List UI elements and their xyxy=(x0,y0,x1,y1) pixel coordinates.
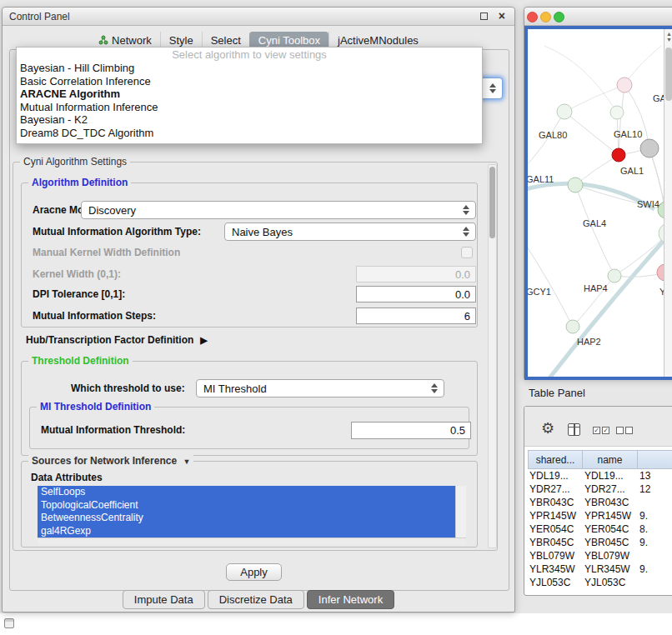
table-cell xyxy=(639,549,672,562)
float-icon[interactable] xyxy=(480,12,488,20)
network-edge[interactable] xyxy=(619,85,624,155)
algorithm-option[interactable]: Mutual Information Inference xyxy=(17,101,482,114)
network-edge[interactable] xyxy=(549,235,669,377)
table-cell: YLR345W xyxy=(529,562,581,576)
table-row[interactable]: YBR045CYBR045C9. xyxy=(528,536,672,549)
mi-threshold-field[interactable]: 0.5 xyxy=(351,422,471,439)
table-row[interactable]: YJL053CYJL053C xyxy=(528,576,672,589)
control-panel-titlebar[interactable]: Control Panel × xyxy=(3,8,514,26)
settings-scrollbar-thumb[interactable] xyxy=(489,167,495,238)
sources-toggle[interactable]: Sources for Network Inference ▼ xyxy=(28,455,193,467)
scroll-arrows-icon[interactable]: ▲ ▼ xyxy=(665,31,672,42)
sources-title: Sources for Network Inference xyxy=(32,455,177,467)
table-cell: YDL19... xyxy=(584,469,636,482)
table-row[interactable]: YDR27...YDR27...12 xyxy=(528,482,672,496)
column-header-name[interactable]: name xyxy=(583,450,638,469)
attributes-listbox[interactable]: SelfLoopsTopologicalCoefficientBetweenne… xyxy=(38,486,466,545)
which-threshold-label: Which threshold to use: xyxy=(71,379,185,398)
manual-kernel-checkbox[interactable] xyxy=(461,247,473,258)
columns-icon[interactable] xyxy=(568,423,580,436)
column-header-shared[interactable]: shared... xyxy=(528,450,583,469)
table-row[interactable]: YBL079WYBL079W xyxy=(528,549,672,562)
mi-steps-field[interactable]: 6 xyxy=(356,308,476,324)
which-threshold-select[interactable]: MI Threshold xyxy=(196,379,444,398)
table-cell: YPR145W xyxy=(529,509,581,522)
select-all-checks-icon[interactable]: ✓ ✓ xyxy=(593,427,609,434)
table-cell: YPR145W xyxy=(584,509,636,522)
network-node[interactable] xyxy=(568,178,583,192)
network-edge[interactable] xyxy=(528,112,564,171)
mi-threshold-title: MI Threshold Definition xyxy=(37,401,154,412)
minimize-traffic-light-icon[interactable] xyxy=(540,12,551,22)
network-node[interactable] xyxy=(608,269,621,282)
table-cell: 9. xyxy=(639,509,672,522)
network-view-window: GAL80GALGAL10GAL11GAL1SWI4GAL4GCY1HAP4YH… xyxy=(524,7,672,379)
close-icon[interactable]: × xyxy=(499,9,505,22)
zoom-traffic-light-icon[interactable] xyxy=(554,12,564,22)
apply-button[interactable]: Apply xyxy=(226,563,282,581)
mi-steps-label: Mutual Information Steps: xyxy=(33,308,156,324)
network-window-titlebar[interactable] xyxy=(524,8,672,26)
network-scrollbar-thumb[interactable] xyxy=(665,48,672,101)
network-vscrollbar[interactable]: ▲ ▼ xyxy=(664,29,672,377)
kernel-width-label: Kernel Width (0,1): xyxy=(33,266,121,282)
network-node[interactable] xyxy=(610,106,624,119)
deselect-all-checks-icon[interactable] xyxy=(616,427,633,434)
kernel-width-field[interactable]: 0.0 xyxy=(356,266,476,282)
table-row[interactable]: YBR043CYBR043C xyxy=(528,496,672,509)
table-cell: YBR045C xyxy=(529,536,581,549)
table-cell: YBR045C xyxy=(584,536,636,549)
close-traffic-light-icon[interactable] xyxy=(527,12,538,22)
attribute-item[interactable]: gal4RGexp xyxy=(38,525,455,538)
network-edge[interactable] xyxy=(528,183,654,209)
network-canvas[interactable]: GAL80GALGAL10GAL11GAL1SWI4GAL4GCY1HAP4YH… xyxy=(528,29,672,377)
combo-arrows-icon xyxy=(459,205,472,215)
attribute-item[interactable]: TopologicalCoefficient xyxy=(38,499,455,512)
table-cell: YDL19... xyxy=(529,469,581,482)
network-edge[interactable] xyxy=(575,185,614,276)
network-edge[interactable] xyxy=(544,46,617,112)
tab-infer-network[interactable]: Infer Network xyxy=(307,590,394,609)
data-attributes-label: Data Attributes xyxy=(31,471,103,484)
algorithm-dropdown-popup: Select algorithm to view settings Bayesi… xyxy=(16,47,483,144)
algorithm-option[interactable]: Dream8 DC_TDC Algorithm xyxy=(17,127,482,140)
table-row[interactable]: YER054CYER054C8. xyxy=(528,522,672,536)
table-row[interactable]: YLR345WYLR345W9. xyxy=(528,562,672,576)
network-edge[interactable] xyxy=(528,242,573,327)
cyni-settings-title: Cyni Algorithm Settings xyxy=(20,156,130,168)
table-row[interactable]: YPR145WYPR145W9. xyxy=(528,509,672,522)
gear-icon[interactable]: ⚙ xyxy=(541,419,554,438)
aracne-mode-select[interactable]: Discovery xyxy=(81,201,476,219)
table-cell: YLR345W xyxy=(584,562,636,576)
network-node[interactable] xyxy=(617,78,632,92)
bottom-tabs: Impute Data Discretize Data Infer Networ… xyxy=(3,590,514,609)
network-node[interactable] xyxy=(557,104,572,119)
network-edge[interactable] xyxy=(624,46,661,85)
table-cell: 9. xyxy=(639,562,672,576)
dpi-tolerance-field[interactable]: 0.0 xyxy=(356,286,476,302)
algorithm-option[interactable]: Basic Correlation Inference xyxy=(17,75,482,88)
network-node[interactable] xyxy=(566,320,579,333)
attribute-item[interactable]: SelfLoops xyxy=(38,486,455,499)
table-row[interactable]: YDL19...YDL19...13 xyxy=(528,469,672,482)
restore-panel-icon[interactable] xyxy=(4,618,14,628)
algorithm-option[interactable]: Bayesian - Hill Climbing xyxy=(17,62,482,75)
network-edge[interactable] xyxy=(564,112,619,155)
attributes-hscrollbar[interactable] xyxy=(38,538,466,545)
attributes-vscrollbar[interactable] xyxy=(455,486,466,538)
algorithm-option[interactable]: Bayesian - K2 xyxy=(17,113,482,127)
column-header-extra[interactable] xyxy=(638,450,672,469)
network-node[interactable] xyxy=(640,139,659,158)
tab-discretize-data[interactable]: Discretize Data xyxy=(208,590,304,609)
hub-definition-toggle[interactable]: Hub/Transcription Factor Definition ▶ xyxy=(26,333,208,347)
table-panel-label: Table Panel xyxy=(529,387,585,399)
aracne-mode-value: Discovery xyxy=(82,204,459,217)
algorithm-option[interactable]: ARACNE Algorithm xyxy=(17,88,482,101)
network-node[interactable] xyxy=(612,148,625,162)
table-cell: YJL053C xyxy=(529,576,581,589)
tab-impute-data[interactable]: Impute Data xyxy=(123,590,205,609)
attribute-item[interactable]: BetweennessCentrality xyxy=(38,512,455,525)
settings-scrollbar[interactable] xyxy=(488,164,497,548)
table-cell xyxy=(639,576,672,589)
mi-type-select[interactable]: Naive Bayes xyxy=(224,222,476,241)
